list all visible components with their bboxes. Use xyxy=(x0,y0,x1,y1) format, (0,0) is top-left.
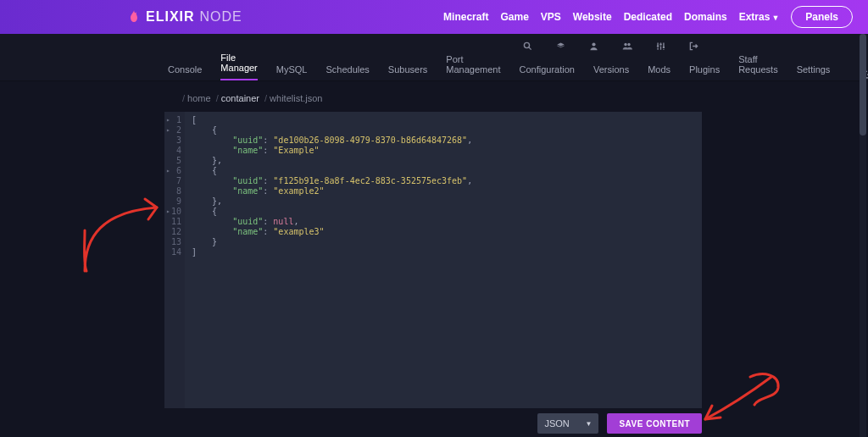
nav-website[interactable]: Website xyxy=(573,11,612,23)
search-icon[interactable] xyxy=(523,41,532,53)
brand-sub: NODE xyxy=(200,9,242,25)
editor-footer: JSON ▼ SAVE CONTENT xyxy=(0,410,868,437)
tab-mods[interactable]: Mods xyxy=(648,64,670,80)
nav-game[interactable]: Game xyxy=(500,11,528,23)
breadcrumb: /home /container /whitelist.json xyxy=(0,81,868,112)
chevron-down-icon: ▼ xyxy=(585,420,592,428)
nav-vps[interactable]: VPS xyxy=(541,11,561,23)
nav-domains[interactable]: Domains xyxy=(684,11,727,23)
svg-point-6 xyxy=(659,43,661,45)
svg-point-4 xyxy=(627,42,630,45)
tab-configuration[interactable]: Configuration xyxy=(520,64,575,80)
tab-schedules[interactable]: Schedules xyxy=(326,64,369,80)
top-bar: ELIXIRNODE Minecraft Game VPS Website De… xyxy=(0,0,868,34)
brand-logo[interactable]: ELIXIRNODE xyxy=(127,8,242,25)
svg-line-1 xyxy=(529,47,531,49)
page-scrollbar[interactable] xyxy=(860,34,866,437)
svg-point-5 xyxy=(657,45,659,47)
tab-mysql[interactable]: MySQL xyxy=(276,64,308,80)
tab-console[interactable]: Console xyxy=(168,64,202,80)
svg-point-2 xyxy=(592,42,595,46)
nav-extras[interactable]: Extras▼ xyxy=(739,11,780,23)
code-editor[interactable]: 1234567891011121314▸▸▸▸ [ { "uuid": "de1… xyxy=(164,112,702,408)
top-nav: Minecraft Game VPS Website Dedicated Dom… xyxy=(443,6,853,28)
crumb-file[interactable]: whitelist.json xyxy=(270,93,322,103)
tab-versions[interactable]: Versions xyxy=(593,64,629,80)
svg-point-3 xyxy=(624,42,626,45)
tab-settings[interactable]: Settings xyxy=(797,64,831,80)
crumb-container[interactable]: container xyxy=(221,93,259,103)
editor-gutter: 1234567891011121314▸▸▸▸ xyxy=(164,112,185,408)
scrollbar-thumb[interactable] xyxy=(860,34,866,136)
save-content-button[interactable]: SAVE CONTENT xyxy=(607,413,702,434)
tab-staff-requests[interactable]: Staff Requests xyxy=(738,54,777,80)
tab-subusers[interactable]: Subusers xyxy=(388,64,427,80)
user-icon[interactable] xyxy=(589,41,598,53)
language-select[interactable]: JSON ▼ xyxy=(537,413,598,434)
svg-point-7 xyxy=(663,46,665,47)
nav-minecraft[interactable]: Minecraft xyxy=(443,11,488,23)
brand-main: ELIXIR xyxy=(146,9,195,25)
flame-icon xyxy=(127,8,141,25)
panels-button[interactable]: Panels xyxy=(791,6,853,28)
editor-content[interactable]: [ { "uuid": "de100b26-8098-4979-8370-b86… xyxy=(185,112,472,408)
layers-icon[interactable] xyxy=(556,41,565,53)
sliders-icon[interactable] xyxy=(656,41,665,53)
users-icon[interactable] xyxy=(622,41,632,53)
logout-icon[interactable] xyxy=(689,41,698,53)
tab-port-management[interactable]: Port Management xyxy=(446,54,500,80)
nav-dedicated[interactable]: Dedicated xyxy=(624,11,672,23)
svg-point-0 xyxy=(524,42,529,47)
chevron-down-icon: ▼ xyxy=(771,14,779,22)
panel-tabs: Console File Manager MySQL Schedules Sub… xyxy=(0,59,868,81)
tab-file-manager[interactable]: File Manager xyxy=(220,53,257,80)
crumb-home[interactable]: home xyxy=(187,93,211,103)
tab-plugins[interactable]: Plugins xyxy=(689,64,720,80)
